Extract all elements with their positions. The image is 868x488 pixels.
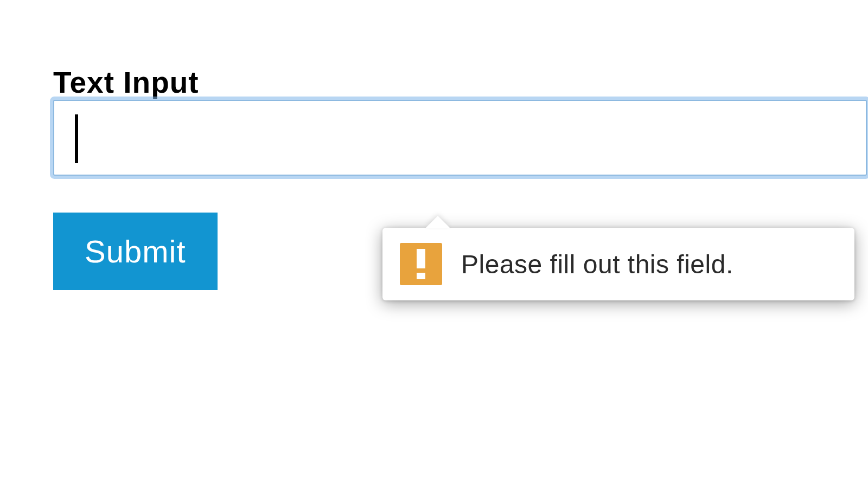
text-input-label: Text Input xyxy=(53,66,199,99)
input-wrapper xyxy=(53,100,867,176)
warning-icon xyxy=(400,243,442,285)
text-cursor xyxy=(75,114,78,163)
submit-button[interactable]: Submit xyxy=(53,213,218,290)
svg-rect-1 xyxy=(417,273,425,279)
svg-rect-0 xyxy=(417,249,425,268)
validation-message: Please fill out this field. xyxy=(461,249,733,279)
text-input[interactable] xyxy=(53,100,867,176)
validation-tooltip: Please fill out this field. xyxy=(382,228,854,300)
